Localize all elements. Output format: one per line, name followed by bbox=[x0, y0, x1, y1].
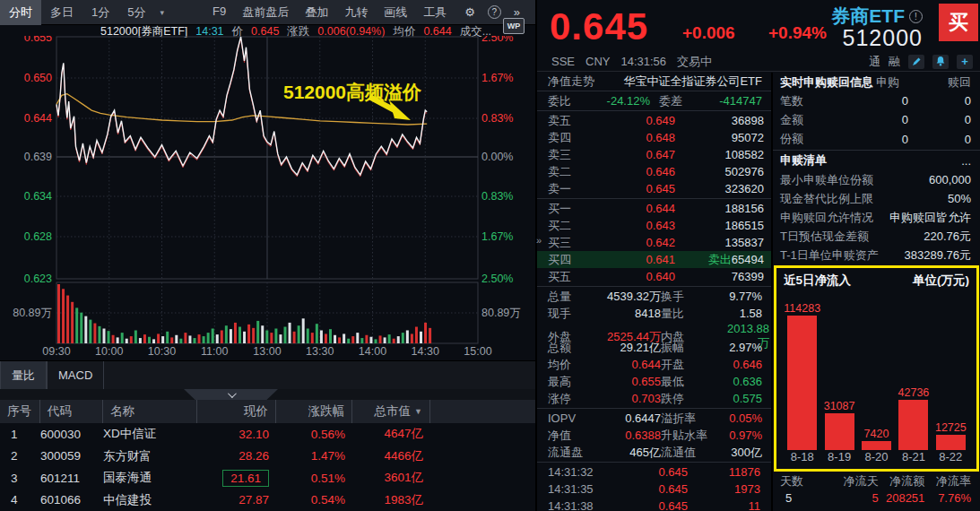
bid-label: 买一 bbox=[548, 201, 585, 217]
indicator-tab-MACD[interactable]: MACD bbox=[47, 361, 104, 389]
ask-row-卖三[interactable]: 卖三0.647108582 bbox=[537, 146, 771, 163]
ask-row-卖二[interactable]: 卖二0.646502976 bbox=[537, 163, 771, 180]
period-dropdown-icon[interactable]: ▾ bbox=[160, 8, 164, 17]
menu-item-九转[interactable]: 九转 bbox=[344, 4, 368, 21]
bid-row-买一[interactable]: 买一0.644188156 bbox=[537, 200, 771, 217]
add-plus-icon[interactable]: + bbox=[957, 55, 973, 69]
intraday-chart[interactable]: 0.6550.6500.6440.6390.6340.6280.6232.50%… bbox=[0, 36, 535, 360]
bid-price: 0.640 bbox=[585, 270, 675, 283]
edit-pencil-icon[interactable] bbox=[908, 55, 924, 69]
stat-label: 流通盘 bbox=[548, 445, 587, 461]
ask-price: 0.646 bbox=[585, 165, 675, 178]
stat-label: 量比 bbox=[661, 306, 727, 322]
subscription-row: 份额00 bbox=[773, 130, 980, 149]
flow-bar[interactable] bbox=[936, 435, 966, 450]
tab-5分[interactable]: 5分 bbox=[118, 0, 154, 25]
subscription-row: 金额00 bbox=[773, 110, 980, 129]
more-chevrons-icon[interactable]: » bbox=[514, 5, 520, 19]
sort-desc-icon[interactable]: ▼ bbox=[414, 407, 422, 416]
col-header-现价[interactable]: 现价 bbox=[197, 400, 276, 423]
flow-date-label: 8-20 bbox=[858, 450, 895, 468]
stat-label: 最高 bbox=[548, 374, 587, 390]
col-header-代码[interactable]: 代码 bbox=[40, 400, 103, 423]
stat-label: 溢折率 bbox=[661, 411, 727, 427]
col-header-序号[interactable]: 序号 bbox=[0, 400, 40, 423]
table-row-300059[interactable]: 2300059东方财富28.261.47%4466亿 bbox=[0, 446, 535, 468]
price-change: +0.006 bbox=[682, 23, 735, 43]
stat-label: 总额 bbox=[548, 340, 587, 356]
flow-net-days: 5 bbox=[832, 491, 879, 505]
stat-value: 300亿 bbox=[727, 445, 762, 461]
bid-row-买五[interactable]: 买五0.64076399 bbox=[537, 268, 771, 285]
stat-label: 流通值 bbox=[661, 445, 727, 461]
col-header-涨跌幅[interactable]: 涨跌幅 bbox=[276, 400, 352, 423]
collapse-handle[interactable] bbox=[184, 389, 278, 400]
col-header-名称[interactable]: 名称 bbox=[103, 400, 197, 423]
flow-date-label: 8-18 bbox=[784, 450, 820, 468]
menu-item-工具[interactable]: 工具 bbox=[423, 4, 447, 21]
flow-bar[interactable] bbox=[825, 413, 854, 450]
ask-label: 卖三 bbox=[548, 147, 585, 163]
ask-label: 卖五 bbox=[548, 113, 585, 129]
flow-bar[interactable] bbox=[787, 316, 817, 450]
tick-time: 14:31:38 bbox=[548, 499, 611, 511]
menu-item-F9[interactable]: F9 bbox=[212, 4, 226, 21]
menu-item-画线[interactable]: 画线 bbox=[384, 4, 407, 21]
nav-label[interactable]: 净值走势 bbox=[548, 74, 594, 90]
svg-text:0.655: 0.655 bbox=[24, 36, 52, 44]
stat-label: 换手 bbox=[661, 289, 727, 305]
info-icon[interactable]: ! bbox=[909, 10, 923, 23]
table-row-600030[interactable]: 1600030XD中信证32.100.56%4647亿 bbox=[0, 423, 535, 446]
menu-item-叠加[interactable]: 叠加 bbox=[305, 4, 328, 21]
list-more-icon[interactable]: ... bbox=[961, 154, 971, 168]
table-row-601066[interactable]: 4601066中信建投27.870.54%1983亿 bbox=[0, 489, 535, 511]
subscribe-col-label: 申购 bbox=[876, 74, 899, 91]
wp-widget-icon[interactable]: WP bbox=[503, 18, 525, 34]
stat-label: 开盘 bbox=[661, 357, 727, 373]
svg-text:0.650: 0.650 bbox=[24, 72, 52, 84]
col-header-总市值[interactable]: 总市值▼ bbox=[352, 400, 430, 423]
tick-list[interactable]: 14:31:320.6451187614:31:350.645197314:31… bbox=[537, 463, 771, 511]
flow-bar[interactable] bbox=[862, 441, 891, 450]
ask-row-卖四[interactable]: 卖四0.64895072 bbox=[537, 129, 771, 146]
quote-subheader: SSE CNY 14:31:56 交易中 通 融 + bbox=[537, 52, 980, 72]
ask-row-卖一[interactable]: 卖一0.645323620 bbox=[537, 180, 771, 197]
bid-row-买四[interactable]: 买四0.641卖出65494 bbox=[537, 251, 771, 268]
tick-price: 0.645 bbox=[611, 499, 688, 511]
table-row-601211[interactable]: 3601211国泰海通21.610.51%3601亿 bbox=[0, 467, 535, 489]
bid-price: 0.642 bbox=[585, 236, 675, 249]
ask-volume: 502976 bbox=[675, 165, 764, 178]
flow-summary-col-净流额: 净流额 bbox=[879, 473, 925, 489]
sub-redeem-value: 0 bbox=[908, 113, 971, 126]
stat-value: 0.05% bbox=[727, 411, 762, 425]
cell-market-cap: 1983亿 bbox=[352, 492, 430, 508]
weibi-value: -24.12% bbox=[582, 94, 650, 108]
weicha-label: 委差 bbox=[650, 93, 689, 109]
alert-bell-icon[interactable] bbox=[932, 55, 949, 69]
settings-gear-icon[interactable]: ⚙ bbox=[464, 5, 475, 19]
tab-1分[interactable]: 1分 bbox=[82, 0, 118, 25]
list-header-row[interactable]: 申赎清单 ... bbox=[773, 152, 980, 170]
sell-tag: 卖出 bbox=[708, 253, 732, 266]
bid-row-买二[interactable]: 买二0.643186515 bbox=[537, 217, 771, 234]
ask-row-卖五[interactable]: 卖五0.64936898 bbox=[537, 112, 771, 129]
tick-volume: 11876 bbox=[688, 465, 760, 479]
detail-row: 最小申赎单位份额600,000 bbox=[773, 170, 980, 189]
cell-code: 601211 bbox=[40, 472, 103, 485]
flow-bar[interactable] bbox=[898, 400, 928, 450]
bid-row-买三[interactable]: 买三0.642135837 bbox=[537, 234, 771, 251]
sub-label: 金额 bbox=[780, 112, 846, 128]
tab-分时[interactable]: 分时 bbox=[0, 0, 41, 25]
indicator-tab-量比[interactable]: 量比 bbox=[0, 361, 47, 389]
stat-value: 29.21亿 bbox=[587, 340, 661, 356]
ask-volume: 108582 bbox=[675, 148, 764, 161]
tab-多日[interactable]: 多日 bbox=[41, 0, 82, 25]
market-status: 交易中 bbox=[677, 54, 712, 70]
menu-item-盘前盘后[interactable]: 盘前盘后 bbox=[242, 4, 289, 21]
ask-label: 卖一 bbox=[548, 181, 585, 197]
stat-value: 0.6388 bbox=[587, 429, 661, 442]
svg-text:2.50%: 2.50% bbox=[481, 36, 513, 44]
help-icon[interactable]: ? bbox=[488, 5, 501, 19]
buy-button[interactable]: 买 bbox=[939, 4, 978, 41]
svg-text:0.83%: 0.83% bbox=[481, 190, 513, 203]
